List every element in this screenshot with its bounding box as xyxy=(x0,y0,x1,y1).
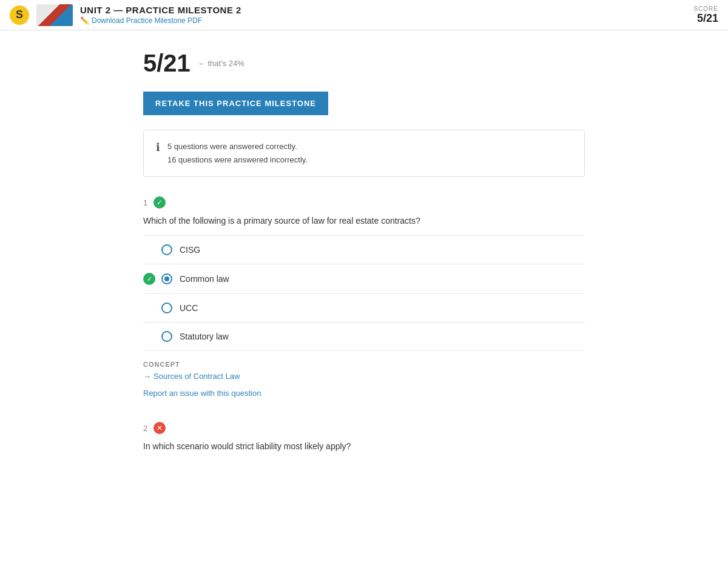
info-text: 5 questions were answered correctly. 16 … xyxy=(167,140,308,167)
statutory-label: Statutory law xyxy=(180,323,585,351)
page-title: UNIT 2 — PRACTICE MILESTONE 2 xyxy=(80,5,693,15)
concept-section: CONCEPT → Sources of Contract Law Report… xyxy=(143,361,585,398)
cisg-badge xyxy=(143,236,161,264)
question-1-options: CISG ✓ Common law xyxy=(143,235,585,351)
question-2-status: ✕ xyxy=(153,422,166,434)
statutory-badge xyxy=(143,323,161,351)
option-cisg: CISG xyxy=(143,236,585,264)
cisg-label: CISG xyxy=(180,236,585,264)
download-link[interactable]: ✏️ Download Practice Milestone PDF xyxy=(80,16,693,25)
ucc-radio[interactable] xyxy=(161,294,180,323)
question-1-header: 1 ✓ xyxy=(143,196,585,209)
header: S UNIT 2 — PRACTICE MILESTONE 2 ✏️ Downl… xyxy=(0,0,728,30)
common-law-correct-badge: ✓ xyxy=(143,264,161,294)
info-box: ℹ 5 questions were answered correctly. 1… xyxy=(143,130,585,177)
report-issue-link[interactable]: Report an issue with this question xyxy=(143,389,261,398)
score-big: 5/21 xyxy=(143,50,190,77)
ucc-badge xyxy=(143,294,161,323)
score-note: ← that's 24% xyxy=(198,59,244,68)
main-content: 5/21 ← that's 24% RETAKE THIS PRACTICE M… xyxy=(133,30,595,495)
option-statutory-law: Statutory law xyxy=(143,323,585,351)
score-display: 5/21 ← that's 24% xyxy=(143,50,585,77)
arrow-icon: → xyxy=(143,372,151,381)
banner-image xyxy=(36,4,73,26)
common-law-label: Common law xyxy=(180,264,585,294)
question-1-text: Which of the following is a primary sour… xyxy=(143,216,585,226)
statutory-radio[interactable] xyxy=(161,323,180,351)
question-2-text: In which scenario would strict liability… xyxy=(143,441,585,451)
question-2-number: 2 xyxy=(143,424,147,433)
option-ucc: UCC xyxy=(143,294,585,323)
ucc-label: UCC xyxy=(180,294,585,323)
concept-link[interactable]: → Sources of Contract Law xyxy=(143,372,585,381)
retake-button[interactable]: RETAKE THIS PRACTICE MILESTONE xyxy=(143,92,328,115)
concept-label: CONCEPT xyxy=(143,361,585,368)
header-title-block: UNIT 2 — PRACTICE MILESTONE 2 ✏️ Downloa… xyxy=(80,5,693,25)
question-1-status: ✓ xyxy=(153,196,166,209)
question-1-number: 1 xyxy=(143,198,147,207)
question-2-header: 2 ✕ xyxy=(143,422,585,434)
score-block: SCORE 5/21 xyxy=(693,5,718,25)
score-label: SCORE xyxy=(693,5,718,12)
score-value: 5/21 xyxy=(693,12,718,25)
question-2: 2 ✕ In which scenario would strict liabi… xyxy=(143,422,585,451)
pencil-icon: ✏️ xyxy=(80,16,89,25)
info-icon: ℹ xyxy=(156,141,160,167)
logo-icon: S xyxy=(10,5,29,25)
common-law-radio[interactable] xyxy=(161,264,180,294)
question-1: 1 ✓ Which of the following is a primary … xyxy=(143,196,585,398)
option-common-law: ✓ Common law xyxy=(143,264,585,294)
cisg-radio[interactable] xyxy=(161,236,180,264)
